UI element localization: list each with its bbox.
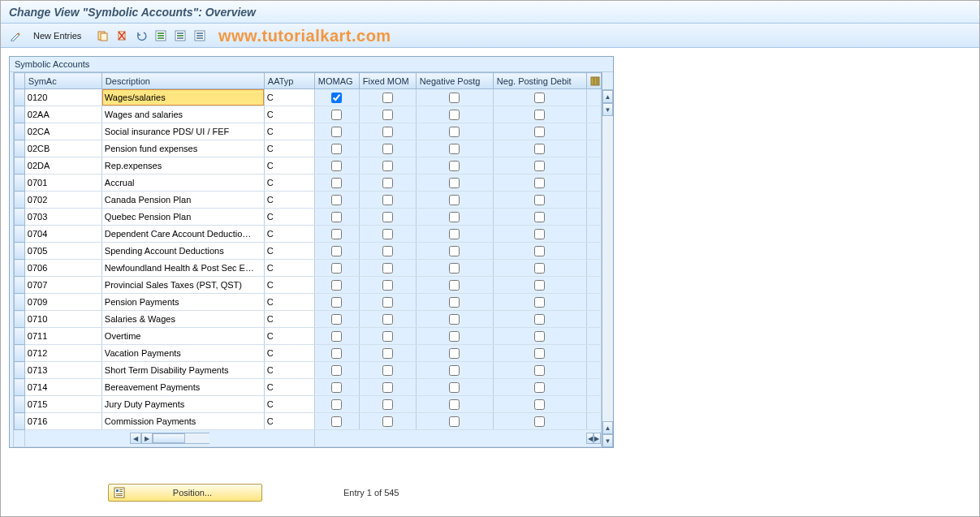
fixed-mom-checkbox[interactable]: [382, 178, 393, 188]
neg-posting-debit-checkbox[interactable]: [534, 365, 545, 376]
symac-input[interactable]: [25, 311, 101, 327]
description-input[interactable]: [102, 157, 264, 174]
neg-posting-debit-checkbox[interactable]: [534, 212, 545, 222]
momag-checkbox[interactable]: [331, 331, 342, 342]
col-symac[interactable]: SymAc: [24, 73, 101, 89]
aatyp-input[interactable]: [265, 311, 314, 327]
momag-checkbox[interactable]: [331, 297, 342, 308]
negative-postg-checkbox[interactable]: [449, 246, 460, 256]
row-selector[interactable]: [14, 294, 24, 311]
row-selector[interactable]: [14, 243, 24, 260]
fixed-mom-checkbox[interactable]: [382, 280, 393, 291]
description-input[interactable]: [102, 294, 264, 310]
aatyp-input[interactable]: [265, 106, 314, 123]
fixed-mom-checkbox[interactable]: [382, 314, 393, 325]
description-input[interactable]: [102, 89, 264, 106]
fixed-mom-checkbox[interactable]: [382, 161, 393, 171]
symac-input[interactable]: [25, 192, 101, 208]
neg-posting-debit-checkbox[interactable]: [534, 110, 545, 120]
scroll-down-icon[interactable]: ▼: [602, 434, 613, 447]
deselect-all-icon[interactable]: [192, 28, 208, 44]
row-selector[interactable]: [14, 311, 24, 328]
fixed-mom-checkbox[interactable]: [382, 246, 393, 256]
momag-checkbox[interactable]: [331, 263, 342, 274]
fixed-mom-checkbox[interactable]: [382, 212, 393, 222]
momag-checkbox[interactable]: [331, 348, 342, 359]
fixed-mom-checkbox[interactable]: [382, 93, 393, 103]
row-selector[interactable]: [14, 157, 24, 174]
momag-checkbox[interactable]: [331, 399, 342, 410]
delete-icon[interactable]: [114, 28, 130, 44]
row-selector[interactable]: [14, 379, 24, 396]
neg-posting-debit-checkbox[interactable]: [534, 416, 545, 427]
fixed-mom-checkbox[interactable]: [382, 348, 393, 359]
aatyp-input[interactable]: [265, 243, 314, 259]
description-input[interactable]: [102, 379, 264, 395]
description-input[interactable]: [102, 345, 264, 361]
negative-postg-checkbox[interactable]: [449, 144, 460, 154]
fixed-mom-checkbox[interactable]: [382, 127, 393, 137]
row-selector-header[interactable]: [14, 73, 24, 89]
col-negative-postg[interactable]: Negative Postg: [416, 73, 493, 89]
momag-checkbox[interactable]: [331, 127, 342, 137]
fixed-mom-checkbox[interactable]: [382, 416, 393, 427]
symac-input[interactable]: [25, 123, 101, 140]
description-input[interactable]: [102, 140, 264, 157]
momag-checkbox[interactable]: [331, 246, 342, 256]
neg-posting-debit-checkbox[interactable]: [534, 382, 545, 393]
scroll-right-icon[interactable]: ▶: [141, 433, 153, 444]
fixed-mom-checkbox[interactable]: [382, 110, 393, 120]
momag-checkbox[interactable]: [331, 280, 342, 291]
undo-icon[interactable]: [133, 28, 149, 44]
fixed-mom-checkbox[interactable]: [382, 382, 393, 393]
negative-postg-checkbox[interactable]: [449, 297, 460, 308]
aatyp-input[interactable]: [265, 277, 314, 293]
symac-input[interactable]: [25, 294, 101, 310]
horizontal-scroll-left[interactable]: ◀ ▶: [25, 432, 314, 445]
row-selector[interactable]: [14, 396, 24, 413]
row-selector[interactable]: [14, 174, 24, 192]
row-selector[interactable]: [14, 140, 24, 157]
aatyp-input[interactable]: [265, 345, 314, 361]
scroll-up-icon[interactable]: ▲: [602, 421, 613, 434]
row-selector[interactable]: [14, 106, 24, 123]
neg-posting-debit-checkbox[interactable]: [534, 314, 545, 325]
scroll-down-icon[interactable]: ▼: [602, 103, 613, 116]
momag-checkbox[interactable]: [331, 365, 342, 376]
aatyp-input[interactable]: [265, 260, 314, 276]
scroll-left-icon[interactable]: ◀: [586, 433, 594, 444]
col-neg-posting-debit[interactable]: Neg. Posting Debit: [493, 73, 586, 89]
change-mode-icon[interactable]: [7, 28, 24, 44]
aatyp-input[interactable]: [265, 413, 314, 429]
symac-input[interactable]: [25, 396, 101, 412]
symac-input[interactable]: [25, 277, 101, 293]
negative-postg-checkbox[interactable]: [449, 314, 460, 325]
fixed-mom-checkbox[interactable]: [382, 297, 393, 308]
negative-postg-checkbox[interactable]: [449, 161, 460, 171]
aatyp-input[interactable]: [265, 396, 314, 412]
symac-input[interactable]: [25, 140, 101, 157]
row-selector[interactable]: [14, 226, 24, 243]
aatyp-input[interactable]: [265, 123, 314, 140]
description-input[interactable]: [102, 413, 264, 429]
momag-checkbox[interactable]: [331, 144, 342, 154]
aatyp-input[interactable]: [265, 294, 314, 310]
momag-checkbox[interactable]: [331, 178, 342, 188]
aatyp-input[interactable]: [265, 157, 314, 174]
aatyp-input[interactable]: [265, 379, 314, 395]
fixed-mom-checkbox[interactable]: [382, 331, 393, 342]
description-input[interactable]: [102, 362, 264, 378]
select-all-icon[interactable]: [153, 28, 169, 44]
momag-checkbox[interactable]: [331, 416, 342, 427]
fixed-mom-checkbox[interactable]: [382, 399, 393, 410]
symac-input[interactable]: [25, 345, 101, 361]
description-input[interactable]: [102, 209, 264, 225]
negative-postg-checkbox[interactable]: [449, 195, 460, 205]
aatyp-input[interactable]: [265, 226, 314, 242]
description-input[interactable]: [102, 396, 264, 412]
momag-checkbox[interactable]: [331, 314, 342, 325]
neg-posting-debit-checkbox[interactable]: [534, 178, 545, 188]
symac-input[interactable]: [25, 243, 101, 259]
description-input[interactable]: [102, 106, 264, 123]
aatyp-input[interactable]: [265, 192, 314, 208]
